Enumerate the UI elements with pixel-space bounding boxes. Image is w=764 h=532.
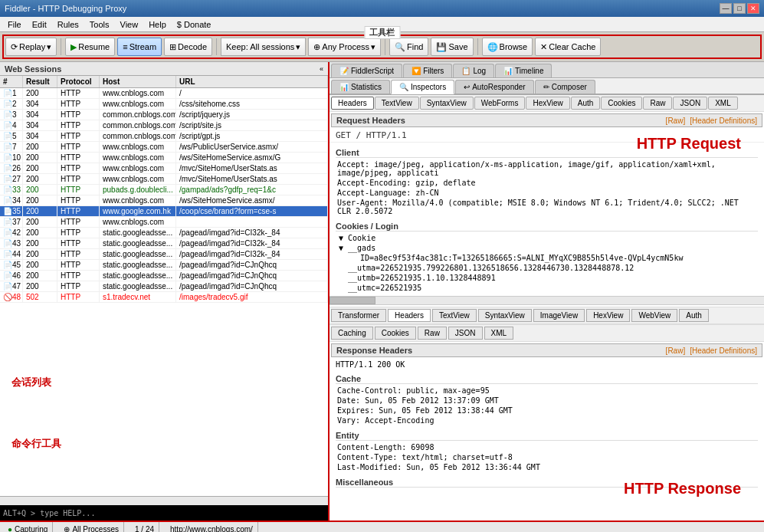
statistics-icon: 📊 (339, 83, 349, 91)
tab-log[interactable]: 📋 Log (453, 64, 494, 77)
table-row[interactable]: 📄43 200 HTTP static.googleadsse... /page… (0, 238, 328, 249)
req-hscroll[interactable] (330, 296, 764, 305)
table-row[interactable]: 📄5 304 HTTP common.cnblogs.com /script/g… (0, 131, 328, 142)
menu-file[interactable]: File (3, 19, 26, 30)
row-icon: 📄 (3, 261, 12, 269)
content-length-header: Content-Length: 69098 (336, 442, 758, 452)
table-row[interactable]: 📄1 200 HTTP www.cnblogs.com / (0, 88, 328, 99)
menu-tools[interactable]: Tools (85, 19, 114, 30)
stream-button[interactable]: ≡ Stream (117, 38, 162, 56)
tab-autoresponder[interactable]: ↩ AutoResponder (455, 80, 534, 94)
replay-button[interactable]: ⟳ Replay ▾ (5, 38, 57, 56)
browse-button[interactable]: 🌐 Browse (482, 38, 533, 56)
tab-inspectors[interactable]: 🔍 Inspectors (391, 80, 454, 94)
panel-collapse-btn[interactable]: « (320, 65, 323, 73)
find-button[interactable]: 🔍 Find (389, 38, 428, 56)
trans-tab-textview[interactable]: TextView (432, 309, 477, 322)
maximize-button[interactable]: □ (733, 3, 746, 14)
btab-cookies[interactable]: Cookies (375, 327, 416, 340)
clearcache-button[interactable]: ✕ Clear Cache (535, 38, 601, 56)
resp-raw-link[interactable]: [Raw] (666, 346, 686, 355)
tab-composer[interactable]: ✏ Composer (535, 80, 595, 94)
table-row[interactable]: 📄3 304 HTTP common.cnblogs.com /script/j… (0, 110, 328, 120)
trans-tab-transformer[interactable]: Transformer (331, 309, 386, 322)
table-row[interactable]: 📄4 304 HTTP common.cnblogs.com /script/s… (0, 120, 328, 131)
td-host: www.cnblogs.com (100, 153, 176, 163)
table-row[interactable]: 📄47 200 HTTP static.googleadsse... /page… (0, 281, 328, 292)
td-host: static.googleadsse... (100, 281, 176, 291)
table-row[interactable]: 📄34 200 HTTP www.cnblogs.com /ws/SiteHom… (0, 195, 328, 206)
keep-dropdown[interactable]: Keep: All sessions ▾ (221, 38, 306, 56)
minimize-button[interactable]: — (720, 3, 732, 14)
toolbar-label: 工具栏 (364, 26, 400, 39)
menu-edit[interactable]: Edit (28, 19, 51, 30)
table-row[interactable]: 📄10 200 HTTP www.cnblogs.com /ws/SiteHom… (0, 153, 328, 163)
trans-tab-imageview[interactable]: ImageView (533, 309, 585, 322)
btab-json[interactable]: JSON (448, 327, 483, 340)
table-row[interactable]: 📄7 200 HTTP www.cnblogs.com /ws/PublicUs… (0, 142, 328, 153)
raw-link[interactable]: [Raw] (666, 117, 686, 125)
table-row[interactable]: 📄37 200 HTTP www.cnblogs.com (0, 217, 328, 228)
cmdline-input[interactable] (3, 509, 325, 517)
table-row[interactable]: 🚫48 502 HTTP s1.tradecv.net /images/trad… (0, 292, 328, 303)
ins-tab-hexview[interactable]: HexView (526, 97, 569, 110)
sessions-hscroll[interactable] (0, 496, 328, 505)
menu-rules[interactable]: Rules (53, 19, 84, 30)
menu-donate[interactable]: $ Donate (172, 19, 216, 30)
table-row[interactable]: 📄33 200 HTTP pubads.g.doublecli... /gamp… (0, 185, 328, 195)
ins-tab-syntaxview[interactable]: SyntaxView (420, 97, 474, 110)
expand-icon: ▼ (339, 234, 348, 242)
ins-tab-cookies[interactable]: Cookies (601, 97, 642, 110)
resp-header-def-link[interactable]: [Header Definitions] (690, 346, 757, 355)
accept-language-header: Accept-Language: zh-CN (336, 188, 758, 198)
process-dropdown[interactable]: ⊕ Any Process ▾ (308, 38, 381, 56)
btab-xml[interactable]: XML (484, 327, 514, 340)
date-header: Date: Sun, 05 Feb 2012 13:37:09 GMT (336, 396, 758, 406)
td-result: 200 (23, 217, 57, 227)
decode-button[interactable]: ⊞ Decode (164, 38, 212, 56)
table-row[interactable]: 📄44 200 HTTP static.googleadsse... /page… (0, 249, 328, 260)
close-button[interactable]: ✕ (747, 3, 759, 14)
trans-tab-auth[interactable]: Auth (679, 309, 709, 322)
tab-fiddlerscript[interactable]: 📝 FiddlerScript (331, 64, 402, 77)
tab-statistics[interactable]: 📊 Statistics (331, 80, 390, 94)
btab-raw[interactable]: Raw (418, 327, 447, 340)
resume-icon: ▶ (70, 42, 77, 52)
trans-tab-syntaxview[interactable]: SyntaxView (478, 309, 532, 322)
table-row[interactable]: 📄2 304 HTTP www.cnblogs.com /css/sitehom… (0, 99, 328, 110)
btab-caching[interactable]: Caching (331, 327, 373, 340)
ins-tab-auth[interactable]: Auth (571, 97, 601, 110)
transformer-tabs: Transformer Headers TextView SyntaxView … (330, 307, 764, 324)
sessions-table[interactable]: # Result Protocol Host URL 📄1 200 HTTP w… (0, 76, 328, 496)
ins-tab-webforms[interactable]: WebForms (474, 97, 526, 110)
hscroll-thumb[interactable] (330, 297, 375, 304)
ins-tab-xml[interactable]: XML (708, 97, 738, 110)
row-icon: 📄 (3, 143, 12, 151)
resume-button[interactable]: ▶ Resume (65, 38, 115, 56)
trans-tab-webview[interactable]: WebView (631, 309, 677, 322)
table-row[interactable]: 📄46 200 HTTP static.googleadsse... /page… (0, 271, 328, 281)
trans-tab-hexview[interactable]: HexView (586, 309, 630, 322)
ins-tab-raw[interactable]: Raw (643, 97, 672, 110)
table-row[interactable]: 📄27 200 HTTP www.cnblogs.com /mvc/SiteHo… (0, 174, 328, 185)
content-scroll-area[interactable]: HTTP Request Request Headers [Raw] [Head… (330, 112, 764, 521)
table-row[interactable]: 📄42 200 HTTP static.googleadsse... /page… (0, 228, 328, 238)
header-def-link[interactable]: [Header Definitions] (690, 117, 757, 125)
tab-filters[interactable]: 🔽 Filters (403, 64, 452, 77)
menu-view[interactable]: View (116, 19, 143, 30)
td-protocol: HTTP (57, 249, 100, 259)
trans-tab-headers[interactable]: Headers (388, 309, 431, 322)
ins-tab-textview[interactable]: TextView (375, 97, 419, 110)
tab-timeline[interactable]: 📊 Timeline (495, 64, 552, 77)
capturing-status: ● Capturing (3, 522, 53, 532)
table-row[interactable]: 📄45 200 HTTP static.googleadsse... /page… (0, 260, 328, 271)
save-button[interactable]: 💾 Save (431, 38, 473, 56)
command-line[interactable] (0, 505, 328, 521)
ins-tab-headers[interactable]: Headers (331, 97, 374, 110)
menu-help[interactable]: Help (144, 19, 171, 30)
right-panel-content: HTTP Request Request Headers [Raw] [Head… (330, 112, 764, 521)
td-id: 📄37 (0, 217, 23, 227)
table-row[interactable]: 📄26 200 HTTP www.cnblogs.com /mvc/SiteHo… (0, 163, 328, 174)
ins-tab-json[interactable]: JSON (673, 97, 707, 110)
table-row[interactable]: 📄35 200 HTTP www.google.com.hk /coop/cse… (0, 206, 328, 217)
